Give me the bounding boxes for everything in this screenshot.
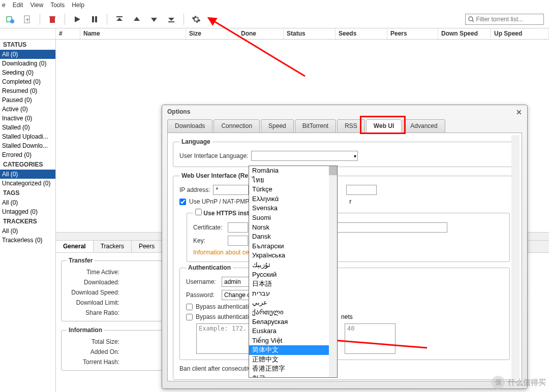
https-checkbox[interactable] [195,209,202,215]
filter-search-input[interactable] [476,16,541,23]
dialog-scrollbar[interactable] [511,135,520,379]
language-option[interactable]: 正體中文 [249,355,337,365]
add-file-button[interactable]: + [19,12,36,26]
language-option[interactable]: Русский [249,270,337,280]
language-select[interactable] [251,151,358,161]
sidebar-item[interactable]: Inactive (0) [0,114,55,123]
column-header[interactable]: Up Speed [491,28,549,39]
subnet-textarea2[interactable]: 40 [345,323,395,354]
language-option[interactable]: Ελληνικά [249,194,337,204]
language-option[interactable]: Українська [249,251,337,260]
username-input[interactable] [222,277,252,287]
cert-input2[interactable] [336,222,447,233]
dialog-tab[interactable]: Downloads [167,119,212,133]
sidebar-item[interactable]: All (0) [0,170,55,179]
language-option[interactable]: עברית [249,289,337,299]
language-option[interactable]: Български [249,242,337,251]
menu-item[interactable]: Tools [50,2,65,9]
https-info-link[interactable]: Information about certi [193,249,254,256]
delete-button[interactable] [44,12,60,26]
subnet-textarea[interactable]: Example: 172. [196,323,252,354]
menu-item[interactable]: e [2,2,6,9]
sidebar-item[interactable]: Untagged (0) [0,207,55,216]
sidebar-item[interactable]: All (0) [0,226,55,236]
column-header[interactable]: Down Speed [438,28,491,39]
sidebar-item[interactable]: Uncategorized (0) [0,179,55,188]
language-option[interactable]: Euskara [249,326,337,336]
column-header[interactable]: Name [80,28,186,39]
sidebar-item[interactable]: All (0) [0,198,55,207]
sidebar-item[interactable]: Seeding (0) [0,68,55,77]
sidebar-item[interactable]: Stalled Downlo... [0,141,55,150]
column-header[interactable]: Status [284,28,336,39]
add-link-button[interactable] [2,12,18,26]
language-option[interactable]: Svenska [249,204,337,213]
dialog-tab[interactable]: Connection [214,119,260,133]
svg-rect-5 [49,16,55,17]
language-option[interactable]: 香港正體字 [249,364,337,374]
language-option[interactable]: Türkçe [249,185,337,194]
sidebar-item[interactable]: Stalled (0) [0,123,55,132]
play-button[interactable] [69,12,85,26]
sidebar-item[interactable]: Completed (0) [0,77,55,86]
sidebar-item[interactable]: Errored (0) [0,150,55,159]
sidebar-item[interactable]: Active (0) [0,105,55,114]
language-option[interactable]: România [249,166,337,176]
key-input[interactable] [228,236,248,246]
language-option[interactable]: عربي [249,298,337,308]
bypass1-checkbox[interactable] [186,304,193,310]
sidebar-item[interactable]: Paused (0) [0,95,55,105]
svg-line-16 [472,20,474,22]
column-header[interactable]: Seeds [336,28,387,39]
password-input[interactable] [222,290,252,300]
column-header[interactable]: Size [186,28,238,39]
tab-general[interactable]: General [56,241,94,252]
language-option[interactable]: 한글 [249,374,337,378]
ip-input[interactable] [213,185,249,195]
language-dropdown[interactable]: RomâniaไทยTürkçeΕλληνικάSvenskaSuomiNors… [249,166,338,378]
column-header[interactable]: Peers [387,28,438,39]
language-option[interactable]: Dansk [249,232,337,242]
move-down-button[interactable] [146,12,162,26]
pause-button[interactable] [86,12,103,26]
upnp-checkbox[interactable] [179,199,186,205]
sidebar-item[interactable]: All (0) [0,50,55,59]
language-option[interactable]: Norsk [249,223,337,233]
dialog-close-button[interactable]: ✕ [516,108,522,116]
dialog-tab[interactable]: Advanced [403,119,445,133]
language-option[interactable]: Suomi [249,213,337,223]
language-option[interactable]: Беларуская [249,317,337,327]
language-option[interactable]: Tiếng Việt [249,336,337,346]
sidebar-group-header: STATUS [0,40,55,50]
sidebar-item[interactable]: Trackerless (0) [0,236,55,245]
filter-search-box[interactable] [465,14,544,25]
dropdown-scrollbar[interactable] [329,166,337,377]
language-option[interactable]: 日本語 [249,279,337,289]
language-option[interactable]: ئۇزبېك [249,260,337,270]
sidebar-item[interactable]: Stalled Uploadi... [0,132,55,141]
move-up-button[interactable] [129,12,145,26]
column-header[interactable]: Done [238,28,284,39]
menu-item[interactable]: Edit [13,2,23,9]
language-option[interactable]: ไทย [249,176,337,185]
language-option[interactable]: ქართული [249,308,337,317]
tab-peers[interactable]: Peers [132,241,162,252]
menu-item[interactable]: View [30,2,43,9]
settings-button[interactable] [188,12,204,26]
svg-rect-7 [92,16,94,22]
sidebar-group-header: TRACKERS [0,216,55,226]
menu-item[interactable]: Help [72,2,84,9]
port-input[interactable] [346,185,377,195]
move-top-button[interactable] [111,12,128,26]
language-option[interactable]: 简体中文 [249,345,337,355]
bypass2-checkbox[interactable] [186,314,193,320]
svg-point-1 [10,19,14,23]
dialog-tab[interactable]: BitTorrent [295,119,336,133]
cert-input[interactable] [228,222,248,233]
tab-trackers[interactable]: Trackers [94,241,132,252]
column-header[interactable]: # [56,28,80,39]
sidebar-item[interactable]: Downloading (0) [0,59,55,68]
move-bottom-button[interactable] [163,12,179,26]
dialog-tab[interactable]: Speed [261,119,294,133]
sidebar-item[interactable]: Resumed (0) [0,86,55,95]
